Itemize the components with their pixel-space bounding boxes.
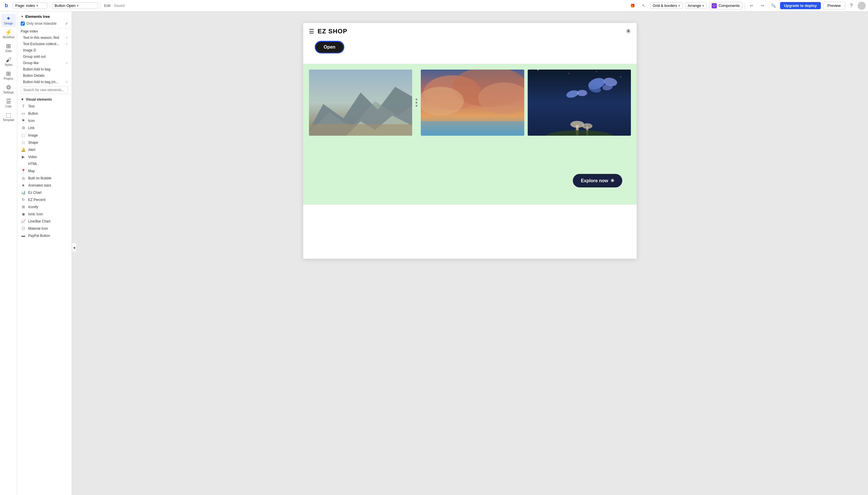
visual-item-label-12: Ez Chart [28,191,42,194]
page-chevron-icon: ▾ [36,3,38,8]
tree-item-label-3: Image D [23,48,36,52]
visual-item-map[interactable]: 📍Map [17,167,72,174]
visual-item-button[interactable]: ▭Button [17,110,72,117]
tree-item-6[interactable]: Button Add to bag [17,66,72,72]
components-cube-icon: ⬡ [712,3,717,8]
avatar[interactable] [858,2,866,10]
dot-1 [416,99,417,100]
sidebar-item-logs[interactable]: ☰ Logs [1,97,16,110]
visual-item-link[interactable]: ⧉Link [17,124,72,132]
visual-item-video[interactable]: ▶Video [17,153,72,160]
tree-item-8[interactable]: Button Add to bag (m...👁 [17,79,72,85]
search-icon[interactable]: 🔍 [769,1,778,10]
element-search-input[interactable] [21,86,68,94]
tree-item-2[interactable]: Text Exclusive collecti...👁 [17,41,72,47]
shop-title: EZ SHOP [317,28,347,35]
visual-item-label-16: Line/Bar Chart [28,219,50,223]
visual-item-label-1: Button [28,112,38,116]
hamburger-icon[interactable]: ☰ [309,28,314,35]
image-2 [421,70,524,136]
visual-item-text[interactable]: TText [17,103,72,110]
sidebar-item-styles[interactable]: 🖌 Styles [1,55,16,68]
tree-item-4[interactable]: Group sold out [17,53,72,60]
sidebar-item-design[interactable]: ✦ Design [1,14,16,27]
tree-item-label-7: Button Details [23,73,45,78]
visual-items: TText▭Button⚑Icon⧉Link⬚Image□Shape🔔Alert… [17,103,72,239]
visual-item-line/bar-chart[interactable]: 📈Line/Bar Chart [17,218,72,225]
redo-icon[interactable]: ↪ [758,1,767,10]
button-label: Button Open [55,3,75,8]
visual-item-iconify[interactable]: ⊞Iconify [17,203,72,210]
button-chevron-icon: ▾ [77,3,79,8]
visual-item-icon[interactable]: ⚑Icon [17,117,72,124]
visual-item-icon-13: ↻ [21,198,26,202]
sidebar-item-template[interactable]: ⬚ Template [1,110,16,124]
logo: b [2,2,10,10]
upgrade-button[interactable]: Upgrade to deploy [780,2,821,9]
panel-header[interactable]: ▼ Elements tree [17,12,72,20]
visual-elements-header[interactable]: ▼ Visual elements [17,95,72,103]
workflow-icon: ⚡ [5,29,12,35]
visual-item-paypal-button[interactable]: ▬PayPal Button [17,232,72,239]
tree-item-7[interactable]: Button Details [17,72,72,79]
image-3 [528,70,631,136]
cursor-icon[interactable]: ↖ [639,1,648,10]
visual-item-built-on-bubble[interactable]: ◎Built on Bubble [17,174,72,182]
open-button[interactable]: Open [315,41,344,53]
clouds-svg [421,70,524,136]
only-show-hideable-row[interactable]: Only show hideable ✓ [17,20,72,28]
arrange-btn[interactable]: Arrange ▾ [685,2,707,9]
canvas: ☰ EZ SHOP ✳ Open [72,12,868,495]
help-icon[interactable]: ? [847,2,855,10]
visual-item-label-9: Map [28,169,35,173]
design-icon: ✦ [6,16,11,21]
divider-2 [100,2,101,9]
svg-point-25 [577,90,587,96]
button-selector[interactable]: Button Open ▾ [52,2,98,9]
grid-chevron-icon: ▾ [678,3,680,8]
only-show-hideable-checkbox[interactable] [21,21,25,25]
visual-item-alert[interactable]: 🔔Alert [17,146,72,153]
visual-item-ionic-icon[interactable]: ◉Ionic Icon [17,210,72,218]
divider-1 [49,2,50,9]
collapse-icon: ▼ [21,15,23,18]
gift-icon[interactable]: 🎁 [628,1,637,10]
sidebar-item-settings[interactable]: ⚙ Settings [1,83,16,96]
explore-now-button[interactable]: Explore now ✳ [573,174,622,187]
preview-button[interactable]: Preview [823,2,845,10]
visual-item-animated-stars[interactable]: ★Animated stars [17,182,72,189]
tree-item-eye-5: 👁 [65,62,68,65]
visual-item-material-icon[interactable]: ⬡Material Icon [17,225,72,232]
visual-item-ez-chart[interactable]: 📊Ez Chart [17,189,72,196]
visual-item-image[interactable]: ⬚Image [17,132,72,139]
elements-panel: ▼ Elements tree Only show hideable ✓ Pag… [17,12,72,495]
visual-item-label-11: Animated stars [28,183,51,187]
tree-item-label-6: Button Add to bag [23,67,50,71]
elements-tree-label: Elements tree [25,14,50,19]
visual-item-ez-percent[interactable]: ↻EZ Percent [17,196,72,203]
tree-item-5[interactable]: Group like👁 [17,60,72,66]
visual-item-icon-16: 📈 [21,219,26,223]
tree-item-1[interactable]: Text In this season, find👁 [17,34,72,41]
undo-icon[interactable]: ↩ [747,1,756,10]
sidebar-label-data: Data [5,49,12,53]
sidebar-label-logs: Logs [5,105,12,108]
visual-item-shape[interactable]: □Shape [17,139,72,146]
components-btn[interactable]: ⬡ Components [709,2,742,10]
visual-item-icon-3: ⧉ [21,125,26,130]
page-selector[interactable]: Page: index ▾ [13,2,47,9]
loading-spinner-icon: ✳ [626,28,631,35]
tree-item-0[interactable]: Page index [17,28,72,34]
green-section: Explore now ✳ [303,64,637,205]
sidebar-item-plugins[interactable]: ⊞ Plugins [1,69,16,82]
sidebar-item-data[interactable]: ⊞ Data [1,41,16,55]
visual-item-icon-0: T [21,104,26,108]
grid-borders-btn[interactable]: Grid & borders ▾ [650,2,683,9]
visual-item-label-0: Text [28,104,34,108]
visual-item-html[interactable]: HTML [17,160,72,167]
visual-item-icon-6: 🔔 [21,148,26,152]
tree-item-3[interactable]: Image D [17,47,72,53]
visual-item-label-3: Link [28,126,34,130]
panel-collapse-toggle[interactable]: ◀ [72,243,76,252]
sidebar-item-workflow[interactable]: ⚡ Workflow [1,28,16,41]
